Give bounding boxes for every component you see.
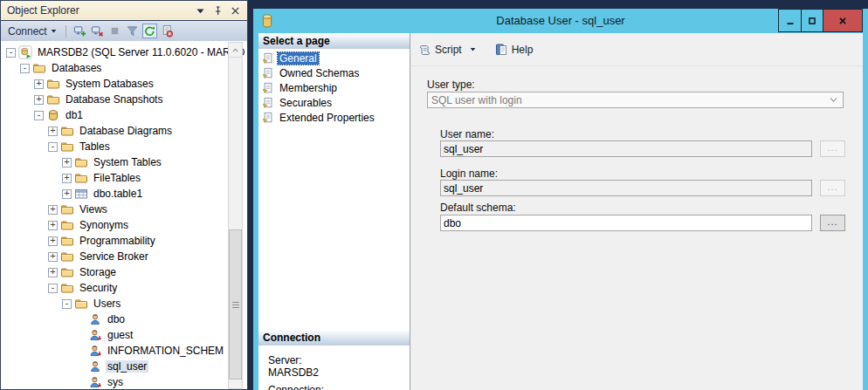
tree-scrollbar[interactable] <box>228 42 243 389</box>
login-name-label: Login name: <box>440 168 498 180</box>
expander[interactable]: - <box>20 64 30 73</box>
expander[interactable]: - <box>48 284 58 293</box>
connect-object-button[interactable] <box>72 24 87 38</box>
page-item-general[interactable]: General <box>258 51 410 65</box>
object-explorer-title: Object Explorer <box>7 4 189 17</box>
tree-item-system-tables[interactable]: + System Tables <box>1 154 247 170</box>
page-item-owned-schemas[interactable]: Owned Schemas <box>258 65 410 80</box>
script-icon <box>417 43 431 57</box>
tree-item-label: Users <box>92 298 122 310</box>
table-icon <box>74 187 88 201</box>
tree-item-service-broker[interactable]: + Service Broker <box>1 249 247 264</box>
script-button[interactable]: Script <box>435 44 462 56</box>
expander[interactable]: + <box>34 95 44 105</box>
expander[interactable]: - <box>62 299 72 309</box>
tree-item-db1[interactable]: - db1 <box>1 107 247 123</box>
expander[interactable]: - <box>34 111 44 120</box>
expander[interactable]: + <box>48 205 58 215</box>
folder-icon <box>32 61 46 75</box>
connect-icon <box>73 24 86 38</box>
filter-icon <box>126 24 139 38</box>
default-schema-label: Default schema: <box>440 202 516 214</box>
tree-item-server[interactable]: - MARSDB2 (SQL Server 11.0.6020 - MARSD <box>1 44 247 60</box>
expander[interactable]: + <box>48 127 58 136</box>
refresh-button[interactable] <box>142 24 157 38</box>
page-item-label: Membership <box>278 82 339 94</box>
script-error-icon <box>161 24 174 38</box>
expander <box>76 362 86 372</box>
expander[interactable]: - <box>6 48 16 58</box>
pin-icon[interactable] <box>212 5 224 17</box>
folder-icon <box>60 202 74 216</box>
user-type-combobox[interactable]: SQL user with login <box>427 92 844 108</box>
user-name-field[interactable] <box>440 140 812 157</box>
user-icon <box>88 359 102 373</box>
tree-item-guest[interactable]: guest <box>1 327 247 343</box>
tree-item-filetables[interactable]: + FileTables <box>1 170 247 186</box>
page-item-label: Owned Schemas <box>278 67 361 79</box>
page-item-securables[interactable]: Securables <box>258 95 410 110</box>
user-type-value: SQL user with login <box>431 94 829 106</box>
object-explorer-toolbar: Connect <box>0 21 248 41</box>
tree-item-dbo-table1[interactable]: + dbo.table1 <box>1 186 247 202</box>
window-position-icon[interactable] <box>195 5 206 17</box>
script-error-button[interactable] <box>160 24 175 38</box>
database-icon <box>46 108 60 122</box>
tree-item-users[interactable]: - Users <box>1 296 247 311</box>
expander[interactable]: + <box>34 79 44 89</box>
dialog-titlebar[interactable]: Database User - sql_user <box>253 9 868 33</box>
scrollbar-up-button[interactable] <box>229 43 242 58</box>
help-button[interactable]: Help <box>512 44 534 56</box>
tree-item-database-diagrams[interactable]: + Database Diagrams <box>1 123 247 139</box>
tree-item-databases[interactable]: - Databases <box>1 60 247 76</box>
tree-item-label: guest <box>106 329 134 341</box>
folder-icon <box>60 124 74 138</box>
object-explorer-titlebar[interactable]: Object Explorer <box>0 0 248 21</box>
tree-item-system-databases[interactable]: + System Databases <box>1 76 247 92</box>
chevron-up-icon <box>231 46 239 54</box>
page-icon <box>262 67 274 79</box>
expander[interactable]: + <box>48 268 58 277</box>
user-name-label: User name: <box>440 128 494 140</box>
tree-item-label: System Tables <box>92 156 163 168</box>
tree-item-sys[interactable]: sys <box>1 374 247 390</box>
close-panel-icon[interactable] <box>230 5 241 17</box>
expander[interactable]: + <box>62 174 72 183</box>
tree-item-views[interactable]: + Views <box>1 202 247 217</box>
connect-button[interactable]: Connect <box>6 24 59 38</box>
tree-item-storage[interactable]: + Storage <box>1 264 247 280</box>
default-schema-browse-button[interactable]: ... <box>820 215 845 231</box>
tree-item-sql-user[interactable]: sql_user <box>1 359 247 374</box>
filter-button[interactable] <box>125 24 140 38</box>
tree-item-information-schema[interactable]: INFORMATION_SCHEM <box>1 343 247 359</box>
tree-item-dbo[interactable]: dbo <box>1 311 247 327</box>
close-button[interactable] <box>823 10 862 31</box>
expander <box>76 378 86 387</box>
dialog-toolbar: Script Help <box>410 33 863 66</box>
chevron-down-icon[interactable] <box>469 45 477 53</box>
expander[interactable]: - <box>48 142 58 152</box>
page-item-membership[interactable]: Membership <box>258 80 410 95</box>
page-item-extended-properties[interactable]: Extended Properties <box>258 110 410 125</box>
tree-item-label: Service Broker <box>78 250 150 263</box>
expander[interactable]: + <box>48 252 58 262</box>
tree-item-tables[interactable]: - Tables <box>1 139 247 154</box>
login-name-field[interactable] <box>440 180 812 196</box>
folder-icon <box>60 140 74 154</box>
minimize-button[interactable] <box>779 10 801 31</box>
disconnect-button[interactable] <box>90 24 105 38</box>
maximize-button[interactable] <box>801 10 823 31</box>
object-explorer-tree: - MARSDB2 (SQL Server 11.0.6020 - MARSD … <box>0 41 248 390</box>
expander[interactable]: + <box>62 158 72 168</box>
expander[interactable]: + <box>48 221 58 230</box>
tree-item-synonyms[interactable]: + Synonyms <box>1 217 247 233</box>
user-disabled-icon <box>88 328 102 342</box>
tree-item-programmability[interactable]: + Programmability <box>1 233 247 249</box>
default-schema-field[interactable] <box>440 215 812 231</box>
tree-item-security[interactable]: - Security <box>1 280 247 296</box>
expander[interactable]: + <box>48 236 58 246</box>
object-explorer-panel: Object Explorer Connect - MARSDB2 (SQL S… <box>0 0 248 390</box>
tree-item-database-snapshots[interactable]: + Database Snapshots <box>1 92 247 107</box>
scrollbar-thumb[interactable] <box>229 229 242 380</box>
expander[interactable]: + <box>62 189 72 199</box>
